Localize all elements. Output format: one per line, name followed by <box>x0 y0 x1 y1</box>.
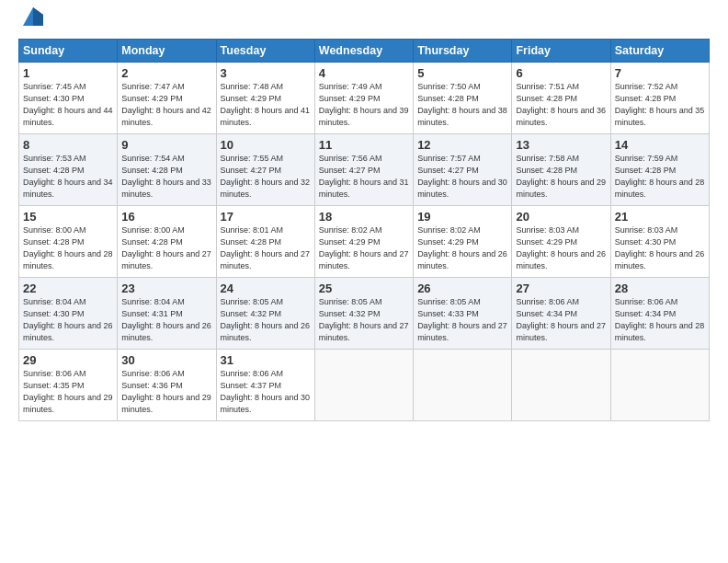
cell-text: Sunrise: 8:03 AM Sunset: 4:29 PM Dayligh… <box>516 224 606 272</box>
cell: 12 Sunrise: 7:57 AM Sunset: 4:27 PM Dayl… <box>414 134 512 206</box>
cell: 2 Sunrise: 7:47 AM Sunset: 4:29 PM Dayli… <box>118 63 216 134</box>
cell-text: Sunrise: 7:50 AM Sunset: 4:28 PM Dayligh… <box>417 81 507 129</box>
day-number: 12 <box>417 138 507 152</box>
cell <box>512 350 610 421</box>
cell: 4 Sunrise: 7:49 AM Sunset: 4:29 PM Dayli… <box>314 63 413 134</box>
cell-text: Sunrise: 7:55 AM Sunset: 4:27 PM Dayligh… <box>221 153 311 201</box>
cell: 15 Sunrise: 8:00 AM Sunset: 4:28 PM Dayl… <box>19 206 118 278</box>
logo <box>18 15 43 29</box>
cell-text: Sunrise: 8:05 AM Sunset: 4:33 PM Dayligh… <box>417 296 507 344</box>
day-number: 10 <box>221 138 311 152</box>
day-number: 26 <box>417 282 507 295</box>
cell: 24 Sunrise: 8:05 AM Sunset: 4:32 PM Dayl… <box>216 278 314 350</box>
day-number: 30 <box>121 353 211 367</box>
cell-text: Sunrise: 7:48 AM Sunset: 4:29 PM Dayligh… <box>221 81 311 129</box>
cell: 22 Sunrise: 8:04 AM Sunset: 4:30 PM Dayl… <box>19 278 118 350</box>
cell-text: Sunrise: 7:47 AM Sunset: 4:29 PM Dayligh… <box>121 81 211 129</box>
day-number: 11 <box>319 138 409 152</box>
col-thursday: Thursday <box>414 40 512 63</box>
day-number: 7 <box>615 66 705 80</box>
cell-text: Sunrise: 8:06 AM Sunset: 4:34 PM Dayligh… <box>615 296 705 344</box>
cell: 17 Sunrise: 8:01 AM Sunset: 4:28 PM Dayl… <box>216 206 314 278</box>
day-number: 6 <box>516 66 606 80</box>
cell-text: Sunrise: 7:59 AM Sunset: 4:28 PM Dayligh… <box>615 153 705 201</box>
day-number: 17 <box>221 210 311 224</box>
svg-marker-1 <box>33 7 43 26</box>
cell-text: Sunrise: 7:56 AM Sunset: 4:27 PM Dayligh… <box>319 153 409 201</box>
cell: 6 Sunrise: 7:51 AM Sunset: 4:28 PM Dayli… <box>512 63 610 134</box>
cell-text: Sunrise: 8:06 AM Sunset: 4:36 PM Dayligh… <box>121 368 211 416</box>
cell: 30 Sunrise: 8:06 AM Sunset: 4:36 PM Dayl… <box>118 350 216 421</box>
col-wednesday: Wednesday <box>314 40 413 63</box>
cell: 31 Sunrise: 8:06 AM Sunset: 4:37 PM Dayl… <box>216 350 314 421</box>
cell-text: Sunrise: 7:54 AM Sunset: 4:28 PM Dayligh… <box>121 153 211 201</box>
day-number: 9 <box>121 138 211 152</box>
cell <box>414 350 512 421</box>
cell: 10 Sunrise: 7:55 AM Sunset: 4:27 PM Dayl… <box>216 134 314 206</box>
cell: 3 Sunrise: 7:48 AM Sunset: 4:29 PM Dayli… <box>216 63 314 134</box>
day-number: 24 <box>221 282 311 295</box>
cell-text: Sunrise: 8:04 AM Sunset: 4:31 PM Dayligh… <box>121 296 211 344</box>
cell: 7 Sunrise: 7:52 AM Sunset: 4:28 PM Dayli… <box>610 63 709 134</box>
day-number: 14 <box>615 138 705 152</box>
week-row-1: 1 Sunrise: 7:45 AM Sunset: 4:30 PM Dayli… <box>19 63 710 134</box>
cell-text: Sunrise: 7:52 AM Sunset: 4:28 PM Dayligh… <box>615 81 705 129</box>
col-sunday: Sunday <box>19 40 118 63</box>
cell-text: Sunrise: 7:51 AM Sunset: 4:28 PM Dayligh… <box>516 81 606 129</box>
week-row-2: 8 Sunrise: 7:53 AM Sunset: 4:28 PM Dayli… <box>19 134 710 206</box>
cell-text: Sunrise: 8:06 AM Sunset: 4:35 PM Dayligh… <box>23 368 113 416</box>
cell-text: Sunrise: 7:45 AM Sunset: 4:30 PM Dayligh… <box>23 81 113 129</box>
day-number: 23 <box>121 282 211 295</box>
day-number: 13 <box>516 138 606 152</box>
day-number: 16 <box>121 210 211 224</box>
week-row-4: 22 Sunrise: 8:04 AM Sunset: 4:30 PM Dayl… <box>19 278 710 350</box>
cell: 26 Sunrise: 8:05 AM Sunset: 4:33 PM Dayl… <box>414 278 512 350</box>
cell-text: Sunrise: 7:57 AM Sunset: 4:27 PM Dayligh… <box>417 153 507 201</box>
day-number: 8 <box>23 138 113 152</box>
col-tuesday: Tuesday <box>216 40 314 63</box>
cell-text: Sunrise: 8:04 AM Sunset: 4:30 PM Dayligh… <box>23 296 113 344</box>
cell-text: Sunrise: 8:00 AM Sunset: 4:28 PM Dayligh… <box>121 224 211 272</box>
cell <box>610 350 709 421</box>
cell-text: Sunrise: 8:05 AM Sunset: 4:32 PM Dayligh… <box>221 296 311 344</box>
calendar-table: Sunday Monday Tuesday Wednesday Thursday… <box>18 39 710 421</box>
cell: 27 Sunrise: 8:06 AM Sunset: 4:34 PM Dayl… <box>512 278 610 350</box>
cell-text: Sunrise: 8:01 AM Sunset: 4:28 PM Dayligh… <box>221 224 311 272</box>
cell: 23 Sunrise: 8:04 AM Sunset: 4:31 PM Dayl… <box>118 278 216 350</box>
day-number: 31 <box>221 353 311 367</box>
header-row: Sunday Monday Tuesday Wednesday Thursday… <box>19 40 710 63</box>
day-number: 20 <box>516 210 606 224</box>
cell: 5 Sunrise: 7:50 AM Sunset: 4:28 PM Dayli… <box>414 63 512 134</box>
cell-text: Sunrise: 8:06 AM Sunset: 4:37 PM Dayligh… <box>221 368 311 416</box>
day-number: 2 <box>121 66 211 80</box>
day-number: 29 <box>23 353 113 367</box>
cell: 1 Sunrise: 7:45 AM Sunset: 4:30 PM Dayli… <box>19 63 118 134</box>
cell: 18 Sunrise: 8:02 AM Sunset: 4:29 PM Dayl… <box>314 206 413 278</box>
cell: 11 Sunrise: 7:56 AM Sunset: 4:27 PM Dayl… <box>314 134 413 206</box>
cell: 28 Sunrise: 8:06 AM Sunset: 4:34 PM Dayl… <box>610 278 709 350</box>
cell <box>314 350 413 421</box>
day-number: 28 <box>615 282 705 295</box>
day-number: 18 <box>319 210 409 224</box>
cell: 19 Sunrise: 8:02 AM Sunset: 4:29 PM Dayl… <box>414 206 512 278</box>
col-monday: Monday <box>118 40 216 63</box>
day-number: 21 <box>615 210 705 224</box>
cell-text: Sunrise: 8:02 AM Sunset: 4:29 PM Dayligh… <box>319 224 409 272</box>
day-number: 4 <box>319 66 409 80</box>
day-number: 19 <box>417 210 507 224</box>
header <box>18 15 710 29</box>
cell: 21 Sunrise: 8:03 AM Sunset: 4:30 PM Dayl… <box>610 206 709 278</box>
day-number: 3 <box>221 66 311 80</box>
cell: 9 Sunrise: 7:54 AM Sunset: 4:28 PM Dayli… <box>118 134 216 206</box>
cell-text: Sunrise: 8:03 AM Sunset: 4:30 PM Dayligh… <box>615 224 705 272</box>
cell-text: Sunrise: 7:49 AM Sunset: 4:29 PM Dayligh… <box>319 81 409 129</box>
cell: 20 Sunrise: 8:03 AM Sunset: 4:29 PM Dayl… <box>512 206 610 278</box>
day-number: 25 <box>319 282 409 295</box>
col-saturday: Saturday <box>610 40 709 63</box>
day-number: 5 <box>417 66 507 80</box>
week-row-5: 29 Sunrise: 8:06 AM Sunset: 4:35 PM Dayl… <box>19 350 710 421</box>
logo-icon <box>23 7 43 29</box>
col-friday: Friday <box>512 40 610 63</box>
cell: 8 Sunrise: 7:53 AM Sunset: 4:28 PM Dayli… <box>19 134 118 206</box>
cell-text: Sunrise: 8:05 AM Sunset: 4:32 PM Dayligh… <box>319 296 409 344</box>
